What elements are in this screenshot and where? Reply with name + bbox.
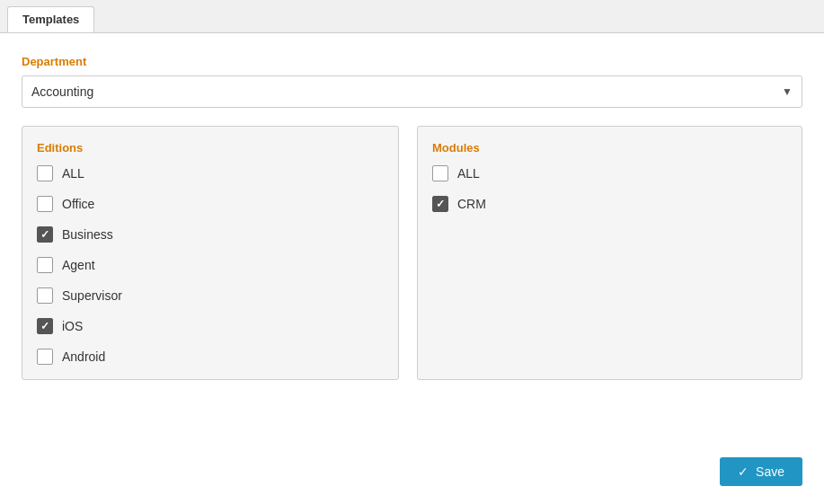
department-select-wrapper[interactable]: Accounting Sales Support Marketing ▼	[22, 75, 802, 108]
templates-tab[interactable]: Templates	[7, 6, 94, 33]
business-label[interactable]: Business	[62, 227, 113, 242]
agent-checkbox[interactable]	[37, 257, 53, 273]
department-label: Department	[22, 55, 802, 68]
all-editions-label[interactable]: ALL	[62, 166, 84, 181]
supervisor-label[interactable]: Supervisor	[62, 288, 122, 303]
modules-panel: Modules ALL CRM	[417, 126, 802, 380]
all-modules-checkbox[interactable]	[432, 165, 448, 181]
modules-title: Modules	[432, 141, 787, 155]
list-item: ALL	[432, 165, 787, 181]
main-content: Department Accounting Sales Support Mark…	[0, 32, 824, 504]
panels-row: Editions ALL Office Business Agent	[22, 126, 802, 380]
tab-bar: Templates	[0, 0, 824, 32]
supervisor-checkbox[interactable]	[37, 287, 53, 304]
android-checkbox[interactable]	[37, 349, 53, 365]
ios-checkbox[interactable]	[37, 318, 53, 334]
department-select[interactable]: Accounting Sales Support Marketing	[31, 84, 793, 99]
all-modules-label[interactable]: ALL	[457, 166, 480, 181]
business-checkbox[interactable]	[37, 226, 53, 243]
list-item: Android	[37, 349, 384, 365]
list-item: CRM	[432, 196, 787, 212]
list-item: Supervisor	[37, 287, 384, 304]
crm-checkbox[interactable]	[432, 196, 448, 212]
save-button[interactable]: ✓ Save	[720, 457, 802, 486]
list-item: ALL	[37, 165, 384, 181]
list-item: Agent	[37, 257, 384, 273]
department-section: Department Accounting Sales Support Mark…	[22, 55, 802, 108]
editions-title: Editions	[37, 141, 384, 155]
list-item: Office	[37, 196, 384, 212]
list-item: Business	[37, 226, 384, 243]
list-item: iOS	[37, 318, 384, 334]
office-label[interactable]: Office	[62, 197, 94, 211]
all-editions-checkbox[interactable]	[37, 165, 53, 181]
page-container: Templates Department Accounting Sales Su…	[0, 0, 824, 504]
android-label[interactable]: Android	[62, 349, 105, 364]
crm-label[interactable]: CRM	[457, 197, 486, 211]
agent-label[interactable]: Agent	[62, 258, 95, 272]
editions-panel: Editions ALL Office Business Agent	[22, 126, 399, 380]
office-checkbox[interactable]	[37, 196, 53, 212]
checkmark-icon: ✓	[738, 464, 749, 479]
ios-label[interactable]: iOS	[62, 319, 83, 333]
save-label: Save	[756, 464, 784, 479]
